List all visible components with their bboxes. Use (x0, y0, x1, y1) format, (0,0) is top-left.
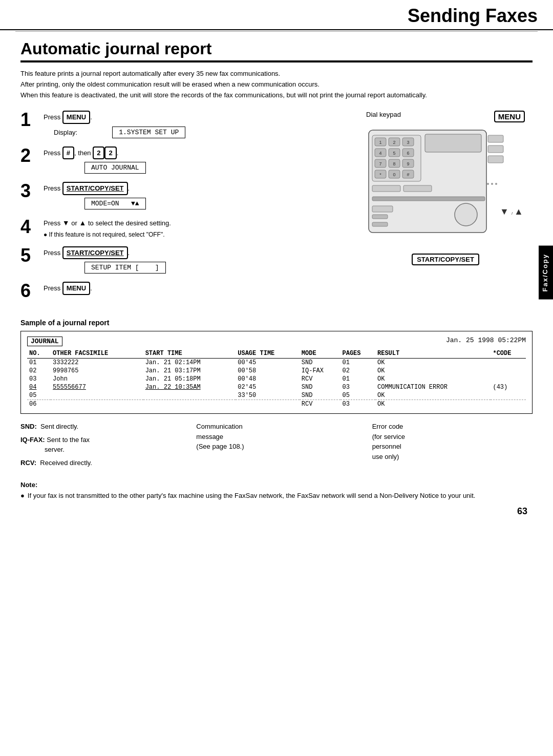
menu-key-6: MENU (62, 282, 90, 295)
display-value-3: MODE=ON ▼▲ (84, 198, 146, 209)
step-5-number: 5 (20, 246, 44, 265)
step-2-text: Press #, then 22. (44, 146, 348, 160)
svg-text:2: 2 (393, 140, 395, 145)
display-value-5: SETUP ITEM [ ] (84, 262, 166, 274)
legend-mode-col: SND: Sent directly. IQ-FAX: Sent to the … (20, 422, 181, 471)
svg-text:6: 6 (407, 151, 409, 156)
legend-communication-col: Communicationmessage(See page 108.) (196, 422, 356, 471)
journal-date: Jan. 25 1998 05:22PM (446, 337, 526, 346)
svg-rect-33 (372, 185, 400, 192)
step-6-number: 6 (20, 282, 44, 300)
table-row: 02 9998765 Jan. 21 03:17PM 00'58 IQ-FAX … (27, 367, 526, 375)
step-6-text: Press MENU. (44, 282, 348, 295)
svg-point-31 (491, 183, 493, 185)
svg-text:1: 1 (379, 140, 381, 145)
col-pages: PAGES (341, 349, 376, 359)
journal-title-badge: JOURNAL (27, 337, 62, 346)
journal-table-wrapper: JOURNAL Jan. 25 1998 05:22PM NO. OTHER F… (20, 331, 533, 414)
step-5-text: Press START/COPY/SET. (44, 246, 348, 260)
svg-text:4: 4 (379, 151, 381, 156)
key-2a: 2 (93, 146, 104, 160)
svg-text:#: # (407, 172, 409, 177)
device-labels-top: Dial keypad MENU (366, 111, 525, 122)
svg-rect-38 (372, 215, 388, 219)
legend-error-code: Error code(for servicepersonneluse only) (372, 422, 533, 461)
step-5-content: Press START/COPY/SET. SETUP ITEM [ ] (44, 246, 348, 274)
legend-iqfax: IQ-FAX: Sent to the fax server. (20, 435, 181, 455)
intro-line-2: After printing, only the oldest communic… (20, 79, 533, 90)
start-copy-set-key-5: START/COPY/SET (62, 246, 128, 260)
svg-text:7: 7 (379, 161, 381, 166)
step-6-content: Press MENU. (44, 282, 348, 298)
svg-rect-39 (372, 222, 388, 226)
svg-text:▼: ▼ (500, 206, 509, 217)
sample-title: Sample of a journal report (20, 319, 533, 327)
svg-rect-36 (372, 206, 393, 212)
step-2: 2 Press #, then 22. AUTO JOURNAL (20, 146, 348, 174)
table-row: 06 RCV 03 OK (27, 400, 526, 409)
step-6: 6 Press MENU. (20, 282, 348, 300)
page-title: Sending Faxes (15, 5, 538, 27)
table-row: 03 John Jan. 21 05:18PM 00'48 RCV 01 OK (27, 375, 526, 383)
svg-rect-29 (488, 156, 503, 163)
step-4: 4 Press ▼ or ▲ to select the desired set… (20, 218, 348, 238)
table-row: 01 3332222 Jan. 21 02:14PM 00'45 SND 01 … (27, 359, 526, 367)
step-1: 1 Press MENU. Display: 1.SYSTEM SET UP (20, 111, 348, 138)
start-copy-set-diagram-label: START/COPY/SET (412, 254, 479, 265)
page-header: Sending Faxes (0, 0, 553, 30)
section-title: Automatic journal report (20, 39, 533, 62)
steps-column: 1 Press MENU. Display: 1.SYSTEM SET UP 2 (20, 111, 348, 308)
col-start-time: START TIME (143, 349, 236, 359)
svg-text:9: 9 (407, 161, 409, 166)
note-text-1: If your fax is not transmitted to the ot… (28, 491, 476, 501)
svg-text:*: * (379, 172, 381, 177)
step-4-text: Press ▼ or ▲ to select the desired setti… (44, 218, 348, 228)
legend-communication: Communicationmessage(See page 108.) (196, 422, 356, 452)
col-result: RESULT (375, 349, 491, 359)
col-code: *CODE (491, 349, 526, 359)
svg-rect-1 (425, 134, 481, 152)
step-1-content: Press MENU. Display: 1.SYSTEM SET UP (44, 111, 348, 138)
display-value-1: 1.SYSTEM SET UP (112, 127, 185, 138)
step-2-number: 2 (20, 146, 44, 165)
step-3-text: Press START/COPY/SET. (44, 182, 348, 195)
svg-point-37 (455, 203, 477, 226)
dial-keypad-label: Dial keypad (366, 111, 401, 122)
col-mode: MODE (300, 349, 341, 359)
step-2-content: Press #, then 22. AUTO JOURNAL (44, 146, 348, 174)
hash-key: # (62, 146, 74, 160)
sidebar-tab: Fax/Copy (539, 246, 553, 300)
step-3-content: Press START/COPY/SET. MODE=ON ▼▲ (44, 182, 348, 209)
display-label-1: Display: (54, 129, 77, 136)
note-title: Note: (20, 481, 533, 489)
legend-snd: SND: Sent directly. (20, 422, 181, 432)
svg-rect-35 (372, 197, 485, 201)
key-2b: 2 (104, 146, 116, 160)
svg-rect-34 (403, 185, 432, 192)
journal-header-row: JOURNAL Jan. 25 1998 05:22PM (27, 337, 526, 346)
intro-text: This feature prints a journal report aut… (20, 69, 533, 100)
svg-text:/: / (512, 211, 513, 216)
legend-error-code-col: Error code(for servicepersonneluse only) (372, 422, 533, 471)
svg-text:0: 0 (393, 172, 395, 177)
step-3: 3 Press START/COPY/SET. MODE=ON ▼▲ (20, 182, 348, 209)
journal-table-header: NO. OTHER FACSIMILE START TIME USAGE TIM… (27, 349, 526, 359)
menu-label-device: MENU (494, 111, 525, 122)
step-5: 5 Press START/COPY/SET. SETUP ITEM [ ] (20, 246, 348, 274)
col-usage-time: USAGE TIME (236, 349, 300, 359)
step-4-number: 4 (20, 218, 44, 236)
svg-point-30 (487, 183, 489, 185)
col-other-fax: OTHER FACSIMILE (51, 349, 143, 359)
note-item-1: ● If your fax is not transmitted to the … (20, 491, 533, 501)
page-number: 63 (20, 506, 533, 517)
note-section: Note: ● If your fax is not transmitted t… (20, 481, 533, 501)
svg-point-32 (495, 183, 497, 185)
intro-line-1: This feature prints a journal report aut… (20, 69, 533, 79)
display-value-2: AUTO JOURNAL (84, 162, 146, 174)
device-diagram-column: Dial keypad MENU 1 2 (358, 111, 533, 308)
col-no: NO. (27, 349, 51, 359)
step-1-text: Press MENU. (44, 111, 348, 124)
svg-text:3: 3 (407, 140, 409, 145)
step-4-bullet: ● If this feature is not required, selec… (44, 231, 348, 238)
table-row: 04 555556677 Jan. 22 10:35AM 02'45 SND 0… (27, 383, 526, 391)
